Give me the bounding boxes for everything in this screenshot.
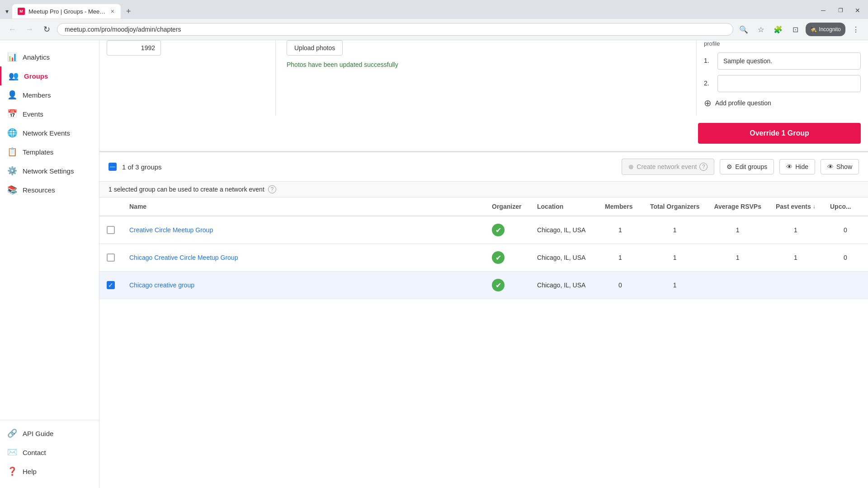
row-2-past-events-cell: 1 — [769, 244, 823, 272]
row-1-checkbox[interactable] — [107, 226, 115, 234]
address-text: meetup.com/pro/moodjoy/admin/chapters — [65, 26, 726, 33]
row-3-location-cell: Chicago, IL, USA — [530, 272, 598, 299]
th-name[interactable]: Name — [122, 197, 485, 216]
sidebar-item-network-settings[interactable]: ⚙️ Network Settings — [0, 161, 99, 180]
create-event-plus-icon: ⊕ — [628, 163, 634, 170]
help-icon: ❓ — [7, 466, 17, 476]
sidebar-item-contact[interactable]: ✉️ Contact — [0, 443, 99, 462]
groups-count: 1 of 3 groups — [122, 163, 162, 171]
sort-arrow: ↓ — [813, 203, 816, 210]
templates-icon: 📋 — [7, 147, 17, 157]
back-button[interactable]: ← — [5, 23, 19, 36]
group-info-bar: 1 selected group can be used to create a… — [99, 182, 868, 197]
left-panel — [99, 40, 276, 116]
sidebar-label-help: Help — [23, 468, 37, 475]
show-button[interactable]: 👁 Show — [821, 159, 859, 174]
main-content: Upload photos Photos have been updated s… — [99, 40, 868, 488]
row-3-group-link[interactable]: Chicago creative group — [129, 282, 194, 289]
tab-close-button[interactable]: × — [110, 8, 115, 15]
select-all-checkbox[interactable]: — — [108, 163, 117, 171]
tab-favicon: M — [18, 8, 25, 15]
sidebar-label-contact: Contact — [23, 449, 46, 456]
create-event-help-icon: ? — [699, 163, 708, 171]
table-header: Name Organizer Location Members — [99, 197, 868, 216]
th-upcoming[interactable]: Upco... — [823, 197, 868, 216]
row-3-organizer-icon: ✔ — [492, 279, 505, 291]
bookmark-icon-btn[interactable]: ☆ — [754, 23, 768, 36]
network-events-icon: 🌐 — [7, 128, 17, 138]
sidebar-label-groups: Groups — [24, 72, 48, 80]
row-1-organizer-cell: ✔ — [485, 216, 530, 244]
address-bar[interactable]: meetup.com/pro/moodjoy/admin/chapters — [57, 23, 733, 36]
row-2-checkbox[interactable] — [107, 253, 115, 262]
row-1-location-cell: Chicago, IL, USA — [530, 216, 598, 244]
hide-label: Hide — [795, 163, 808, 170]
search-icon-btn[interactable]: 🔍 — [737, 23, 750, 36]
sidebar-item-events[interactable]: 📅 Events — [0, 104, 99, 123]
upload-photos-button[interactable]: Upload photos — [287, 40, 343, 56]
th-checkbox — [99, 197, 122, 216]
sidebar-item-groups[interactable]: 👥 Groups — [0, 66, 99, 85]
top-panel: Upload photos Photos have been updated s… — [99, 40, 868, 116]
reload-button[interactable]: ↻ — [40, 23, 53, 36]
minimize-button[interactable]: ─ — [816, 4, 830, 17]
sidebar-item-api-guide[interactable]: 🔗 API Guide — [0, 424, 99, 443]
row-1-avg-rsvp-cell: 1 — [707, 216, 769, 244]
row-3-checkbox-cell: ✓ — [99, 272, 122, 299]
th-past-events[interactable]: Past events↓ — [769, 197, 823, 216]
question-2-input[interactable] — [717, 75, 861, 92]
th-organizer[interactable]: Organizer — [485, 197, 530, 216]
contact-icon: ✉️ — [7, 447, 17, 457]
analytics-icon: 📊 — [7, 52, 17, 62]
sidebar-label-resources: Resources — [23, 186, 55, 194]
row-3-total-org-cell: 1 — [643, 272, 707, 299]
forward-button[interactable]: → — [23, 23, 36, 36]
create-event-label: Create network event — [637, 163, 697, 170]
row-3-organizer-cell: ✔ — [485, 272, 530, 299]
add-question-row[interactable]: ⊕ Add profile question — [704, 98, 861, 108]
sidebar-item-templates[interactable]: 📋 Templates — [0, 142, 99, 161]
year-input-row — [107, 40, 268, 56]
extensions-icon-btn[interactable]: 🧩 — [771, 23, 785, 36]
tab-bar: ▾ M Meetup Pro | Groups - Meetup × + ─ ❐… — [0, 0, 868, 19]
th-members[interactable]: Members — [598, 197, 643, 216]
th-location[interactable]: Location — [530, 197, 598, 216]
new-tab-button[interactable]: + — [123, 5, 135, 18]
group-info-text: 1 selected group can be used to create a… — [108, 185, 859, 193]
show-label: Show — [836, 163, 852, 170]
sidebar-label-network-events: Network Events — [23, 129, 70, 137]
create-network-event-button: ⊕ Create network event ? — [622, 159, 714, 175]
hide-button[interactable]: 👁 Hide — [779, 159, 815, 174]
row-1-total-org-cell: 1 — [643, 216, 707, 244]
profile-icon-btn[interactable]: ⊡ — [788, 23, 802, 36]
th-total-organizers[interactable]: Total Organizers — [643, 197, 707, 216]
row-2-group-link[interactable]: Chicago Creative Circle Meetup Group — [129, 254, 238, 261]
sidebar-item-members[interactable]: 👤 Members — [0, 85, 99, 104]
incognito-label: Incognito — [819, 26, 841, 33]
tab-switcher[interactable]: ▾ — [4, 6, 10, 17]
question-1-row: 1. — [704, 52, 861, 70]
question-1-input[interactable] — [717, 52, 861, 70]
restore-button[interactable]: ❐ — [834, 4, 847, 17]
sidebar-item-analytics[interactable]: 📊 Analytics — [0, 47, 99, 66]
row-3-checkbox[interactable]: ✓ — [107, 281, 115, 289]
sidebar-item-help[interactable]: ❓ Help — [0, 462, 99, 481]
override-button[interactable]: Override 1 Group — [698, 123, 861, 144]
success-message: Photos have been updated successfully — [287, 61, 685, 68]
menu-icon-btn[interactable]: ⋮ — [849, 23, 863, 36]
close-window-button[interactable]: ✕ — [851, 4, 864, 17]
sidebar-item-network-events[interactable]: 🌐 Network Events — [0, 123, 99, 142]
year-input[interactable] — [107, 40, 161, 56]
profile-label: profile — [704, 40, 861, 47]
sidebar-item-resources[interactable]: 📚 Resources — [0, 180, 99, 199]
row-2-checkbox-cell — [99, 244, 122, 272]
groups-icon: 👥 — [9, 71, 19, 81]
row-1-group-link[interactable]: Creative Circle Meetup Group — [129, 226, 213, 234]
edit-groups-button[interactable]: ⚙ Edit groups — [720, 159, 774, 174]
sidebar-label-api-guide: API Guide — [23, 430, 53, 437]
group-info-message: 1 selected group can be used to create a… — [108, 186, 264, 193]
th-average-rsvps[interactable]: Average RSVPs — [707, 197, 769, 216]
row-2-upcoming-cell: 0 — [823, 244, 868, 272]
info-help-icon[interactable]: ? — [268, 185, 276, 193]
sidebar-label-network-settings: Network Settings — [23, 167, 74, 175]
